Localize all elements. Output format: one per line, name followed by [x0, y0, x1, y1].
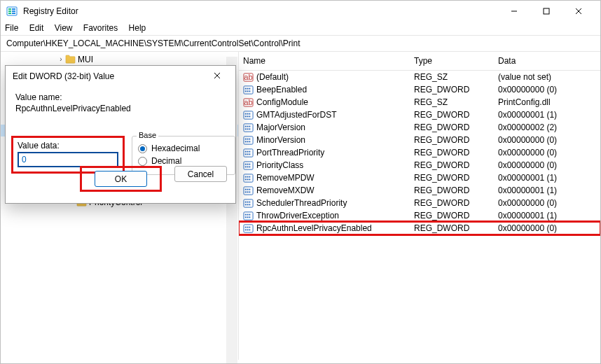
svg-rect-22: [244, 111, 253, 118]
value-name: MajorVersion: [256, 122, 305, 132]
svg-text:ab: ab: [244, 98, 253, 106]
list-pane[interactable]: Name Type Data ab(Default)REG_SZ(value n…: [239, 52, 600, 360]
close-button[interactable]: [562, 1, 595, 22]
value-data-label: Value data:: [18, 141, 118, 150]
dword-value-icon: [243, 211, 254, 221]
svg-rect-61: [245, 178, 247, 180]
list-row[interactable]: RemoveMXDWREG_DWORD0x00000001 (1): [239, 184, 600, 197]
svg-rect-90: [247, 229, 249, 230]
svg-rect-86: [245, 226, 247, 227]
svg-rect-59: [247, 176, 249, 177]
ok-button[interactable]: OK: [95, 171, 147, 187]
maximize-button[interactable]: [530, 1, 562, 22]
svg-rect-4: [12, 8, 15, 10]
list-row[interactable]: abConfigModuleREG_SZPrintConfig.dll: [239, 96, 600, 108]
app-title: Registry Editor: [23, 6, 78, 16]
base-legend: Base: [137, 131, 158, 139]
list-row[interactable]: RpcAuthnLevelPrivacyEnabledREG_DWORD0x00…: [239, 222, 600, 234]
svg-text:ab: ab: [244, 73, 253, 81]
list-row[interactable]: RemoveMPDWREG_DWORD0x00000001 (1): [239, 172, 600, 184]
value-type: REG_DWORD: [414, 186, 498, 195]
svg-rect-51: [245, 163, 247, 164]
svg-rect-66: [247, 188, 249, 190]
svg-rect-73: [247, 201, 249, 202]
svg-rect-68: [245, 191, 247, 192]
svg-rect-74: [249, 201, 250, 202]
svg-rect-15: [247, 88, 249, 89]
dialog-close-button[interactable]: [206, 71, 228, 81]
svg-rect-36: [244, 136, 253, 144]
value-type: REG_DWORD: [414, 110, 498, 120]
dword-value-icon: [243, 186, 254, 196]
tree-item[interactable]: ›MUI: [1, 53, 238, 65]
svg-rect-64: [244, 186, 253, 194]
list-headers[interactable]: Name Type Data: [239, 52, 600, 71]
value-name: ThrowDriverException: [256, 211, 339, 220]
header-type[interactable]: Type: [414, 56, 498, 66]
value-name: (Default): [256, 72, 289, 82]
list-row[interactable]: MajorVersionREG_DWORD0x00000002 (2): [239, 121, 600, 134]
svg-rect-56: [249, 166, 250, 167]
svg-rect-88: [249, 226, 250, 227]
value-data: 0x00000000 (0): [498, 223, 600, 233]
value-data: 0x00000000 (0): [498, 135, 600, 145]
list-row[interactable]: ab(Default)REG_SZ(value not set): [239, 71, 600, 83]
svg-rect-89: [245, 229, 247, 230]
header-name[interactable]: Name: [239, 56, 414, 66]
value-name-label: Value name:: [15, 92, 226, 102]
menu-favorites[interactable]: Favorites: [83, 23, 118, 33]
address-bar[interactable]: Computer\HKEY_LOCAL_MACHINE\SYSTEM\Curre…: [1, 35, 600, 52]
svg-rect-24: [247, 113, 249, 114]
svg-rect-72: [245, 201, 247, 202]
svg-rect-41: [247, 141, 249, 142]
svg-rect-44: [245, 150, 247, 152]
menu-view[interactable]: View: [55, 23, 73, 33]
value-name-display: RpcAuthnLevelPrivacyEnabled: [15, 104, 226, 113]
list-row[interactable]: SchedulerThreadPriorityREG_DWORD0x000000…: [239, 197, 600, 209]
value-data-input[interactable]: [18, 152, 118, 167]
svg-rect-30: [245, 125, 247, 127]
svg-rect-87: [247, 226, 249, 227]
svg-rect-31: [247, 125, 249, 127]
list-row[interactable]: ThrowDriverExceptionREG_DWORD0x00000001 …: [239, 209, 600, 222]
value-data: 0x00000000 (0): [498, 85, 600, 94]
value-data: 0x00000001 (1): [498, 173, 600, 183]
value-name: MinorVersion: [256, 135, 305, 145]
dialog-titlebar[interactable]: Edit DWORD (32-bit) Value: [6, 66, 235, 87]
svg-rect-69: [247, 191, 249, 192]
value-data: 0x00000001 (1): [498, 211, 600, 220]
menu-file[interactable]: File: [5, 23, 18, 33]
svg-rect-91: [249, 229, 250, 230]
header-data[interactable]: Data: [498, 56, 600, 66]
svg-rect-13: [244, 85, 253, 93]
svg-rect-5: [12, 10, 15, 12]
list-row[interactable]: GMTAdjustedForDSTREG_DWORD0x00000001 (1): [239, 108, 600, 121]
svg-rect-83: [247, 216, 249, 218]
list-row[interactable]: MinorVersionREG_DWORD0x00000000 (0): [239, 134, 600, 146]
minimize-button[interactable]: [498, 1, 530, 22]
svg-rect-81: [249, 214, 250, 215]
radio-decimal[interactable]: Decimal: [138, 156, 229, 166]
svg-rect-71: [244, 199, 253, 206]
svg-rect-35: [249, 128, 250, 130]
string-value-icon: ab: [243, 72, 254, 83]
svg-rect-25: [249, 113, 250, 114]
menu-edit[interactable]: Edit: [29, 23, 44, 33]
value-name: BeepEnabled: [256, 85, 307, 94]
value-type: REG_SZ: [414, 72, 498, 82]
list-row[interactable]: PriorityClassREG_DWORD0x00000000 (0): [239, 159, 600, 172]
svg-rect-57: [244, 174, 253, 181]
list-row[interactable]: PortThreadPriorityREG_DWORD0x00000000 (0…: [239, 146, 600, 159]
menu-help[interactable]: Help: [129, 23, 146, 33]
svg-rect-79: [245, 214, 247, 215]
svg-rect-18: [247, 90, 249, 92]
radio-hexadecimal[interactable]: Hexadecimal: [138, 144, 229, 153]
cancel-button[interactable]: Cancel: [174, 166, 227, 182]
list-row[interactable]: BeepEnabledREG_DWORD0x00000000 (0): [239, 83, 600, 96]
svg-rect-23: [245, 113, 247, 114]
expand-icon[interactable]: ›: [57, 55, 65, 63]
svg-rect-76: [247, 204, 249, 205]
svg-rect-17: [245, 90, 247, 92]
svg-rect-54: [245, 166, 247, 167]
svg-rect-42: [249, 141, 250, 142]
